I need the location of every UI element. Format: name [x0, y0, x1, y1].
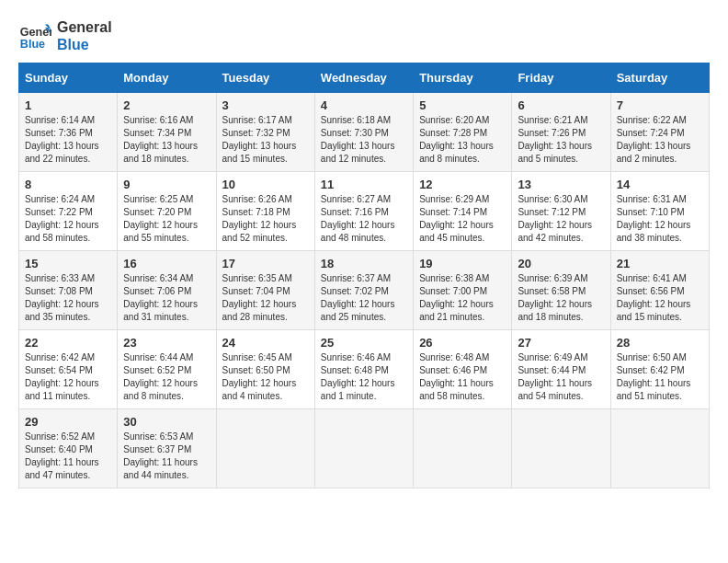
day-number: 18: [321, 257, 407, 270]
weekday-header-thursday: Thursday: [414, 63, 512, 93]
day-info: Sunrise: 6:16 AMSunset: 7:34 PMDaylight:…: [123, 114, 210, 166]
calendar-cell: 24Sunrise: 6:45 AMSunset: 6:50 PMDayligh…: [216, 330, 314, 409]
day-info: Sunrise: 6:44 AMSunset: 6:52 PMDaylight:…: [123, 351, 210, 403]
day-info: Sunrise: 6:39 AMSunset: 6:58 PMDaylight:…: [518, 272, 604, 324]
day-number: 11: [321, 178, 407, 191]
weekday-header-sunday: Sunday: [19, 63, 118, 93]
day-number: 20: [518, 257, 604, 270]
day-number: 29: [25, 415, 111, 429]
day-number: 15: [25, 257, 111, 270]
calendar-cell: [512, 409, 610, 488]
calendar-cell: 30Sunrise: 6:53 AMSunset: 6:37 PMDayligh…: [118, 409, 216, 488]
calendar-cell: 22Sunrise: 6:42 AMSunset: 6:54 PMDayligh…: [19, 330, 118, 409]
calendar-cell: 16Sunrise: 6:34 AMSunset: 7:06 PMDayligh…: [118, 251, 216, 330]
day-info: Sunrise: 6:53 AMSunset: 6:37 PMDaylight:…: [123, 431, 210, 482]
day-number: 14: [617, 178, 703, 191]
calendar-week-4: 22Sunrise: 6:42 AMSunset: 6:54 PMDayligh…: [19, 330, 710, 409]
day-number: 21: [617, 257, 703, 270]
calendar-cell: 2Sunrise: 6:16 AMSunset: 7:34 PMDaylight…: [118, 93, 216, 172]
logo: General Blue General Blue: [18, 18, 112, 53]
calendar-cell: [314, 409, 413, 488]
calendar-cell: 26Sunrise: 6:48 AMSunset: 6:46 PMDayligh…: [414, 330, 512, 409]
calendar-cell: 23Sunrise: 6:44 AMSunset: 6:52 PMDayligh…: [118, 330, 216, 409]
day-info: Sunrise: 6:34 AMSunset: 7:06 PMDaylight:…: [123, 272, 210, 324]
calendar-cell: 6Sunrise: 6:21 AMSunset: 7:26 PMDaylight…: [512, 93, 610, 172]
day-info: Sunrise: 6:33 AMSunset: 7:08 PMDaylight:…: [25, 272, 111, 324]
day-number: 24: [222, 336, 309, 350]
calendar-cell: 20Sunrise: 6:39 AMSunset: 6:58 PMDayligh…: [512, 251, 610, 330]
calendar-cell: 10Sunrise: 6:26 AMSunset: 7:18 PMDayligh…: [216, 172, 314, 251]
day-info: Sunrise: 6:49 AMSunset: 6:44 PMDaylight:…: [518, 351, 604, 403]
day-info: Sunrise: 6:38 AMSunset: 7:00 PMDaylight:…: [419, 272, 506, 324]
day-info: Sunrise: 6:50 AMSunset: 6:42 PMDaylight:…: [617, 351, 703, 403]
calendar-cell: 9Sunrise: 6:25 AMSunset: 7:20 PMDaylight…: [118, 172, 216, 251]
day-number: 10: [222, 178, 309, 191]
calendar-cell: 3Sunrise: 6:17 AMSunset: 7:32 PMDaylight…: [216, 93, 314, 172]
svg-text:Blue: Blue: [20, 38, 45, 51]
weekday-header-tuesday: Tuesday: [216, 63, 314, 93]
day-number: 27: [518, 336, 604, 350]
day-info: Sunrise: 6:37 AMSunset: 7:02 PMDaylight:…: [321, 272, 407, 324]
calendar-cell: 19Sunrise: 6:38 AMSunset: 7:00 PMDayligh…: [414, 251, 512, 330]
calendar-week-5: 29Sunrise: 6:52 AMSunset: 6:40 PMDayligh…: [19, 409, 710, 488]
day-number: 28: [617, 336, 703, 350]
calendar-cell: [414, 409, 512, 488]
weekday-header-saturday: Saturday: [610, 63, 709, 93]
day-number: 8: [25, 178, 111, 191]
day-info: Sunrise: 6:18 AMSunset: 7:30 PMDaylight:…: [321, 114, 407, 166]
day-info: Sunrise: 6:20 AMSunset: 7:28 PMDaylight:…: [419, 114, 506, 166]
day-number: 6: [518, 98, 604, 112]
day-info: Sunrise: 6:48 AMSunset: 6:46 PMDaylight:…: [419, 351, 506, 403]
day-number: 22: [25, 336, 111, 350]
day-info: Sunrise: 6:52 AMSunset: 6:40 PMDaylight:…: [25, 431, 111, 482]
calendar-week-3: 15Sunrise: 6:33 AMSunset: 7:08 PMDayligh…: [19, 251, 710, 330]
calendar-cell: 7Sunrise: 6:22 AMSunset: 7:24 PMDaylight…: [610, 93, 709, 172]
day-info: Sunrise: 6:41 AMSunset: 6:56 PMDaylight:…: [617, 272, 703, 324]
day-number: 16: [123, 257, 210, 270]
day-number: 19: [419, 257, 506, 270]
calendar-cell: 1Sunrise: 6:14 AMSunset: 7:36 PMDaylight…: [19, 93, 118, 172]
calendar-cell: 27Sunrise: 6:49 AMSunset: 6:44 PMDayligh…: [512, 330, 610, 409]
day-info: Sunrise: 6:31 AMSunset: 7:10 PMDaylight:…: [617, 193, 703, 245]
calendar-cell: 14Sunrise: 6:31 AMSunset: 7:10 PMDayligh…: [610, 172, 709, 251]
day-info: Sunrise: 6:25 AMSunset: 7:20 PMDaylight:…: [123, 193, 210, 245]
day-info: Sunrise: 6:22 AMSunset: 7:24 PMDaylight:…: [617, 114, 703, 166]
calendar-cell: 18Sunrise: 6:37 AMSunset: 7:02 PMDayligh…: [314, 251, 413, 330]
day-info: Sunrise: 6:45 AMSunset: 6:50 PMDaylight:…: [222, 351, 309, 403]
calendar-table: SundayMondayTuesdayWednesdayThursdayFrid…: [18, 63, 710, 488]
day-number: 4: [321, 98, 407, 112]
calendar-week-1: 1Sunrise: 6:14 AMSunset: 7:36 PMDaylight…: [19, 93, 710, 172]
day-number: 25: [321, 336, 407, 350]
day-info: Sunrise: 6:42 AMSunset: 6:54 PMDaylight:…: [25, 351, 111, 403]
day-info: Sunrise: 6:46 AMSunset: 6:48 PMDaylight:…: [321, 351, 407, 403]
day-info: Sunrise: 6:17 AMSunset: 7:32 PMDaylight:…: [222, 114, 309, 166]
calendar-cell: 25Sunrise: 6:46 AMSunset: 6:48 PMDayligh…: [314, 330, 413, 409]
page-header: General Blue General Blue: [18, 18, 710, 53]
calendar-cell: 29Sunrise: 6:52 AMSunset: 6:40 PMDayligh…: [19, 409, 118, 488]
day-number: 17: [222, 257, 309, 270]
day-number: 26: [419, 336, 506, 350]
day-number: 30: [123, 415, 210, 429]
weekday-header-monday: Monday: [118, 63, 216, 93]
calendar-cell: [216, 409, 314, 488]
calendar-cell: 21Sunrise: 6:41 AMSunset: 6:56 PMDayligh…: [610, 251, 709, 330]
day-number: 9: [123, 178, 210, 191]
day-info: Sunrise: 6:14 AMSunset: 7:36 PMDaylight:…: [25, 114, 111, 166]
calendar-cell: 15Sunrise: 6:33 AMSunset: 7:08 PMDayligh…: [19, 251, 118, 330]
day-number: 2: [123, 98, 210, 112]
day-number: 3: [222, 98, 309, 112]
calendar-cell: 28Sunrise: 6:50 AMSunset: 6:42 PMDayligh…: [610, 330, 709, 409]
day-info: Sunrise: 6:30 AMSunset: 7:12 PMDaylight:…: [518, 193, 604, 245]
calendar-cell: 5Sunrise: 6:20 AMSunset: 7:28 PMDaylight…: [414, 93, 512, 172]
calendar-cell: 17Sunrise: 6:35 AMSunset: 7:04 PMDayligh…: [216, 251, 314, 330]
weekday-header-wednesday: Wednesday: [314, 63, 413, 93]
calendar-cell: 11Sunrise: 6:27 AMSunset: 7:16 PMDayligh…: [314, 172, 413, 251]
logo-blue: Blue: [57, 36, 112, 53]
calendar-cell: [610, 409, 709, 488]
day-number: 23: [123, 336, 210, 350]
weekday-header-row: SundayMondayTuesdayWednesdayThursdayFrid…: [19, 63, 710, 93]
day-info: Sunrise: 6:21 AMSunset: 7:26 PMDaylight:…: [518, 114, 604, 166]
day-info: Sunrise: 6:24 AMSunset: 7:22 PMDaylight:…: [25, 193, 111, 245]
day-number: 13: [518, 178, 604, 191]
day-number: 5: [419, 98, 506, 112]
